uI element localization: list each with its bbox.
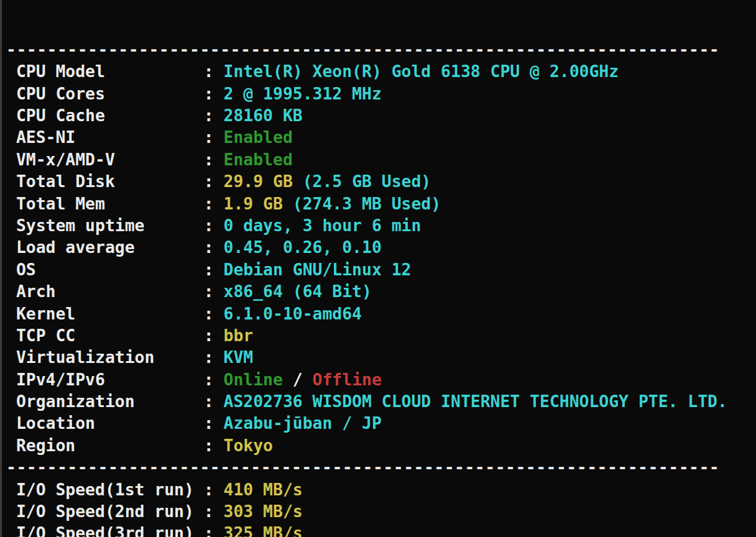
info-row-ipv4-ipv6: IPv4/IPv6 : Online / Offline — [6, 369, 756, 390]
row-label: Total Mem : — [6, 194, 224, 213]
row-value-segment: (2.5 GB Used) — [293, 172, 431, 191]
row-label: OS : — [6, 260, 224, 279]
info-row-os: OS : Debian GNU/Linux 12 — [6, 259, 756, 280]
row-label: CPU Cache : — [6, 106, 224, 125]
row-value-segment: Debian GNU/Linux 12 — [224, 260, 412, 279]
info-row-cpu-cache: CPU Cache : 28160 KB — [6, 104, 756, 126]
row-label: Total Disk : — [6, 172, 224, 191]
row-value-segment: 6.1.0-10-amd64 — [224, 304, 362, 323]
info-row-region: Region : Tokyo — [6, 434, 756, 456]
row-value-segment: x86_64 (64 Bit) — [224, 282, 372, 301]
row-label: IPv4/IPv6 : — [6, 370, 224, 389]
row-label: VM-x/AMD-V : — [6, 150, 224, 169]
row-label: Arch : — [6, 282, 224, 301]
info-row-location: Location : Azabu-jūban / JP — [6, 412, 756, 434]
info-row-i-o-speed-2nd-run: I/O Speed(2nd run) : 303 MB/s — [6, 500, 756, 522]
info-row-load-average: Load average : 0.45, 0.26, 0.10 — [6, 236, 756, 258]
row-value-segment: Enabled — [224, 127, 293, 147]
info-row-kernel: Kernel : 6.1.0-10-amd64 — [6, 303, 756, 324]
row-value-segment: 1.9 GB — [224, 194, 283, 213]
row-label: CPU Cores : — [6, 84, 224, 103]
info-row-tcp-cc: TCP CC : bbr — [6, 324, 756, 346]
row-label: I/O Speed(1st run) : — [6, 480, 224, 499]
row-value-segment: 303 MB/s — [224, 502, 303, 521]
row-label: Location : — [6, 413, 224, 433]
info-row-i-o-speed-1st-run: I/O Speed(1st run) : 410 MB/s — [6, 479, 756, 500]
row-value-segment: (274.3 MB Used) — [283, 194, 441, 213]
info-row-i-o-speed-3rd-run: I/O Speed(3rd run) : 325 MB/s — [6, 522, 756, 537]
info-row-vm-x-amd-v: VM-x/AMD-V : Enabled — [6, 149, 756, 170]
info-row-cpu-cores: CPU Cores : 2 @ 1995.312 MHz — [6, 83, 756, 104]
row-value-segment: Online — [224, 370, 283, 389]
row-value-segment: AS202736 WISDOM CLOUD INTERNET TECHNOLOG… — [224, 392, 727, 411]
row-label: Organization : — [6, 392, 224, 411]
row-label: CPU Model : — [6, 62, 224, 81]
row-value-segment: 0 days, 3 hour 6 min — [224, 216, 422, 235]
row-value-segment: 410 MB/s — [224, 480, 303, 499]
row-value-segment: KVM — [224, 347, 254, 367]
row-value-segment: Enabled — [224, 150, 293, 169]
row-label: Load average : — [6, 237, 224, 257]
row-label: System uptime : — [6, 216, 224, 235]
row-value-segment: Intel(R) Xeon(R) Gold 6138 CPU @ 2.00GHz — [224, 62, 619, 81]
row-label: Kernel : — [6, 304, 224, 323]
terminal-screen[interactable]: ----------------------------------------… — [0, 0, 756, 537]
row-value-segment: 29.9 GB — [224, 172, 293, 191]
row-value-segment: 325 MB/s — [224, 523, 303, 537]
info-row-aes-ni: AES-NI : Enabled — [6, 126, 756, 148]
row-value-segment: bbr — [224, 326, 254, 345]
info-row-virtualization: Virtualization : KVM — [6, 346, 756, 368]
row-value-segment: Azabu-jūban / JP — [224, 413, 382, 433]
separator-line: ----------------------------------------… — [6, 456, 756, 478]
row-value-segment: 28160 KB — [224, 106, 303, 125]
info-row-total-mem: Total Mem : 1.9 GB (274.3 MB Used) — [6, 193, 756, 214]
row-label: I/O Speed(2nd run) : — [6, 502, 224, 521]
row-value-segment: Offline — [313, 370, 382, 389]
info-row-cpu-model: CPU Model : Intel(R) Xeon(R) Gold 6138 C… — [6, 60, 756, 82]
separator-line: ----------------------------------------… — [6, 39, 756, 60]
row-value-segment: 0.45, 0.26, 0.10 — [224, 237, 382, 257]
row-label: TCP CC : — [6, 326, 224, 345]
row-value-segment: Tokyo — [224, 436, 273, 455]
info-row-total-disk: Total Disk : 29.9 GB (2.5 GB Used) — [6, 170, 756, 192]
row-label: Virtualization : — [6, 347, 224, 367]
row-label: Region : — [6, 436, 224, 455]
row-label: AES-NI : — [6, 127, 224, 147]
info-row-arch: Arch : x86_64 (64 Bit) — [6, 280, 756, 302]
terminal-output: ----------------------------------------… — [6, 39, 756, 537]
row-value-segment: / — [283, 370, 313, 389]
row-value-segment: 2 @ 1995.312 MHz — [224, 84, 382, 103]
info-row-system-uptime: System uptime : 0 days, 3 hour 6 min — [6, 214, 756, 236]
info-row-organization: Organization : AS202736 WISDOM CLOUD INT… — [6, 390, 756, 412]
row-label: I/O Speed(3rd run) : — [6, 523, 224, 537]
